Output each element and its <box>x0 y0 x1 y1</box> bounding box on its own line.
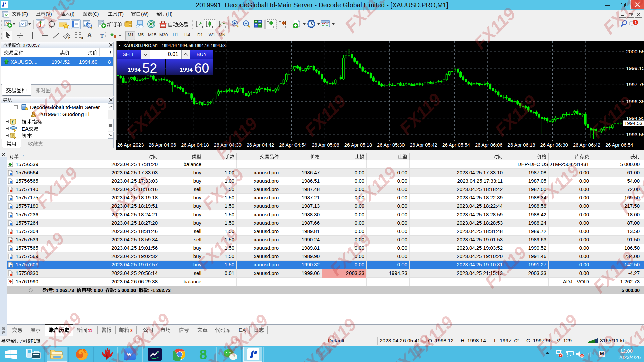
svg-text:26 Apr 05:06: 26 Apr 05:06 <box>312 142 339 148</box>
svg-text:26 Apr 06:42: 26 Apr 06:42 <box>573 142 600 148</box>
svg-text:26 Apr 04:30: 26 Apr 04:30 <box>214 142 241 148</box>
svg-text:1993.55: 1993.55 <box>626 132 644 137</box>
svg-text:: 0.00: : 0.00 <box>91 288 103 293</box>
svg-text:26 Apr 2023: 26 Apr 2023 <box>117 142 144 148</box>
svg-text:E: E <box>68 37 70 40</box>
svg-text:: 1 262.73: : 1 262.73 <box>53 288 74 293</box>
svg-text:26 Apr 04:06: 26 Apr 04:06 <box>149 142 176 148</box>
svg-text:F: F <box>81 37 83 40</box>
svg-text:26 Apr 05:18: 26 Apr 05:18 <box>344 142 372 148</box>
svg-text:1996.35: 1996.35 <box>626 99 644 104</box>
svg-text:/: / <box>47 288 48 293</box>
svg-text:1: 1 <box>635 20 637 25</box>
svg-text:26 Apr 06:06: 26 Apr 06:06 <box>475 142 502 148</box>
svg-text:26 Apr 05:54: 26 Apr 05:54 <box>442 142 470 148</box>
svg-text:XAUUSD.PRO,M1 1994.16 1994.5: XAUUSD.PRO,M1 1994.16 1994.56 1994.16 19… <box>123 43 226 48</box>
svg-text:T: T <box>100 33 104 39</box>
svg-text:26 Apr 05:42: 26 Apr 05:42 <box>410 142 437 148</box>
svg-text:EA: EA <box>22 126 29 132</box>
svg-text:26 Apr 06:18: 26 Apr 06:18 <box>507 142 535 148</box>
svg-text:1994.53: 1994.53 <box>624 120 642 126</box>
svg-text:EA: EA <box>239 327 246 333</box>
svg-text:: 5 000.00: : 5 000.00 <box>115 288 136 293</box>
svg-text:26 Apr 04:54: 26 Apr 04:54 <box>279 142 307 148</box>
svg-text:26 Apr 06:54: 26 Apr 06:54 <box>605 142 633 148</box>
svg-text:: -1 262.73: : -1 262.73 <box>148 288 171 293</box>
svg-text:F1: F1 <box>31 338 36 344</box>
svg-text:26 Apr 06:30: 26 Apr 06:30 <box>540 142 568 148</box>
svg-text:26 Apr 04:42: 26 Apr 04:42 <box>247 142 274 148</box>
svg-text:: 07:00:57: : 07:00:57 <box>20 43 40 48</box>
svg-text:DecodeGlobalLtd-Main Server: DecodeGlobalLtd-Main Server <box>30 104 100 110</box>
svg-text:,: , <box>20 338 21 344</box>
svg-text:26 Apr 04:18: 26 Apr 04:18 <box>181 142 209 148</box>
svg-text:26 Apr 05:30: 26 Apr 05:30 <box>377 142 405 148</box>
svg-text:1997.75: 1997.75 <box>626 82 644 87</box>
svg-text:2000.55: 2000.55 <box>626 49 644 54</box>
svg-text:1999.15: 1999.15 <box>626 65 644 71</box>
svg-text:2019991: Guodong Li: 2019991: Guodong Li <box>39 111 89 117</box>
